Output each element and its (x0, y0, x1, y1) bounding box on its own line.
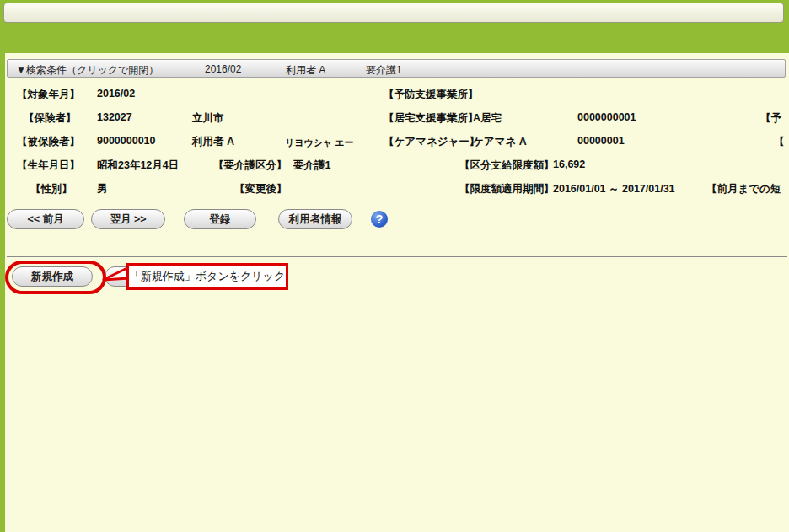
home-office-code: 0000000001 (577, 111, 636, 123)
prevention-office-label: 【予防支援事業所】 (384, 88, 479, 102)
search-toggle-label[interactable]: ▼検索条件（クリックで開閉） (16, 63, 158, 78)
target-month-label: 【対象年月】 (17, 88, 80, 102)
gender-label: 【性別】 (30, 182, 72, 196)
new-create-button[interactable]: 新規作成 (12, 266, 93, 287)
caremanager-label: 【ケアマネジャー】 (384, 135, 480, 149)
insured-kana: リヨウシャ エー (285, 137, 354, 149)
search-month: 2016/02 (205, 63, 241, 75)
period-value: 2016/01/01 ～ 2017/01/31 (553, 182, 675, 196)
insurer-name: 立川市 (192, 111, 224, 126)
home-office-label: 【居宅支援事業所】 (384, 111, 479, 126)
birth-value: 昭和23年12月4日 (97, 159, 179, 173)
birth-label: 【生年月日】 (17, 159, 80, 173)
clipped-label-2: 【 (774, 135, 785, 149)
user-info-button[interactable]: 利用者情報 (278, 209, 352, 229)
period-clipped-label: 【前月までの短 (706, 182, 781, 196)
insured-label: 【被保険者】 (17, 135, 80, 149)
caremanager-name: ケアマネ A (473, 135, 527, 149)
subtab-divider (7, 256, 787, 257)
home-office-name: A居宅 (473, 111, 502, 126)
search-user: 利用者 A (286, 63, 325, 78)
main-tab-bar (5, 28, 789, 53)
clipped-label-1: 【予 (760, 111, 781, 126)
insurer-label: 【保険者】 (24, 111, 77, 126)
insured-name: 利用者 A (192, 135, 234, 149)
limit-value: 16,692 (553, 159, 585, 170)
help-icon[interactable]: ? (371, 211, 388, 228)
search-care-level: 要介護1 (366, 63, 402, 78)
insurer-code: 132027 (97, 111, 132, 123)
target-month-value: 2016/02 (97, 88, 135, 99)
annotation-callout-tail (101, 266, 130, 284)
next-month-button[interactable]: 翌月 >> (91, 209, 165, 229)
content-panel: ▼検索条件（クリックで開閉） 2016/02 利用者 A 要介護1 【対象年月】… (5, 53, 789, 532)
caremanager-code: 00000001 (577, 135, 625, 147)
register-button[interactable]: 登録 (184, 209, 256, 229)
gender-value: 男 (97, 182, 108, 196)
insured-code: 9000000010 (97, 135, 156, 147)
period-label: 【限度額適用期間】 (459, 182, 555, 196)
search-condition-bar[interactable]: ▼検索条件（クリックで開閉） 2016/02 利用者 A 要介護1 (7, 59, 786, 78)
annotation-box: 「新規作成」ボタンをクリック (126, 263, 288, 290)
care-class-value: 要介護1 (293, 159, 330, 173)
top-menu-bar (3, 3, 784, 23)
care-class-label: 【要介護区分】 (213, 159, 287, 173)
limit-label: 【区分支給限度額】 (459, 159, 555, 173)
changed-label: 【変更後】 (234, 182, 287, 196)
prev-month-button[interactable]: << 前月 (7, 209, 84, 229)
